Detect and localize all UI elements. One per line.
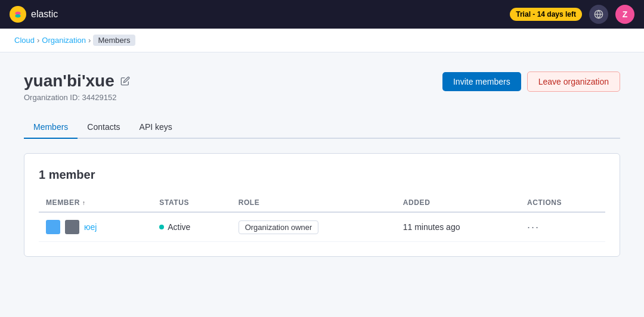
org-id: Organization ID: 34429152 [24,93,130,102]
nav-right: Trial - 14 days left Z [510,5,634,24]
trial-badge: Trial - 14 days left [510,8,582,21]
added-time: 11 minutes ago [403,222,460,232]
header-actions: Invite members Leave organization [442,72,620,92]
role-cell: Organization owner [231,212,396,242]
status-wrapper: Active [159,222,224,232]
member-name[interactable]: юеj [84,222,97,232]
top-navigation: elastic Trial - 14 days left Z [0,0,644,29]
actions-cell: ··· [520,212,605,242]
breadcrumb-sep-1: › [37,36,39,45]
invite-members-button[interactable]: Invite members [442,72,521,91]
table-row: юеj Active Organization owner 11 minutes… [39,212,605,242]
sort-icon: ↑ [82,200,86,206]
tab-contacts[interactable]: Contacts [78,116,129,139]
page-title: yuan'bi'xue [24,72,114,91]
tab-api-keys[interactable]: API keys [130,116,182,139]
col-header-added: Added [396,194,520,212]
status-indicator [159,225,164,229]
member-cell: юеj [39,212,152,242]
elastic-logo-text: elastic [31,9,58,20]
breadcrumb-members: Members [93,35,135,46]
elastic-logo[interactable]: elastic [10,6,58,23]
svg-point-2 [16,14,21,17]
globe-button[interactable] [589,5,608,24]
members-table: Member ↑ Status Role Added Actions [39,194,605,242]
tabs: Members Contacts API keys [24,116,620,139]
member-avatar-2 [65,220,79,234]
edit-org-name-button[interactable] [120,76,130,86]
col-header-actions: Actions [520,194,605,212]
col-header-member: Member ↑ [39,194,152,212]
user-avatar[interactable]: Z [615,5,634,24]
status-text: Active [168,222,190,232]
breadcrumb: Cloud › Organization › Members [0,29,644,52]
col-header-status: Status [152,194,231,212]
leave-organization-button[interactable]: Leave organization [527,72,620,92]
page-content: yuan'bi'xue Organization ID: 34429152 In… [0,52,644,276]
member-avatar-1 [46,220,60,234]
members-count: 1 member [39,168,605,182]
col-header-role: Role [231,194,396,212]
elastic-logo-icon [10,6,26,23]
added-cell: 11 minutes ago [396,212,520,242]
page-header: yuan'bi'xue Organization ID: 34429152 In… [24,72,620,102]
nav-left: elastic [10,6,58,23]
members-card: 1 member Member ↑ Status Role Added Acti… [24,153,620,257]
breadcrumb-sep-2: › [88,36,91,45]
org-info: yuan'bi'xue Organization ID: 34429152 [24,72,130,102]
org-title-row: yuan'bi'xue [24,72,130,91]
breadcrumb-cloud[interactable]: Cloud [14,36,35,45]
breadcrumb-organization[interactable]: Organization [42,36,86,45]
tab-members[interactable]: Members [24,116,78,139]
role-badge: Organization owner [239,220,319,234]
actions-menu-button[interactable]: ··· [527,221,540,233]
status-cell: Active [152,212,231,242]
member-info: юеj [46,220,145,234]
